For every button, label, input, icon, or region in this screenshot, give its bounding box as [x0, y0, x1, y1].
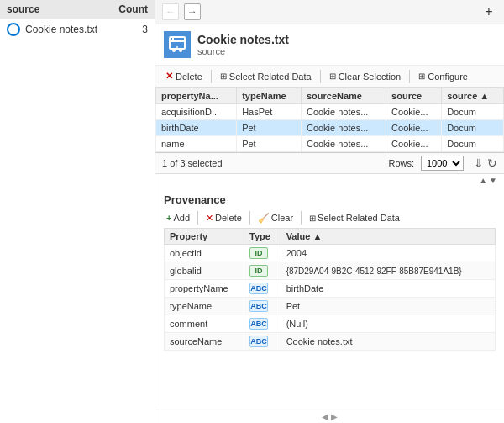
col-propertyname[interactable]: propertyNa...: [156, 88, 237, 104]
source-item[interactable]: Cookie notes.txt 3: [0, 19, 155, 40]
add-tab-button[interactable]: +: [480, 3, 497, 20]
forward-button[interactable]: →: [184, 3, 201, 20]
toolbar-separator-3: [409, 70, 410, 83]
configure-button[interactable]: ⊞ Configure: [415, 70, 471, 83]
prov-select-icon: ⊞: [309, 214, 316, 223]
delete-label: Delete: [176, 71, 202, 82]
type-badge-id: ID: [249, 265, 268, 277]
cell-sourcename: Cookie notes...: [301, 104, 386, 120]
cell-source1: Cookie...: [386, 120, 442, 136]
cell-typename: Pet: [237, 120, 302, 136]
cell-source2: Docum: [442, 136, 504, 152]
title-main: Cookie notes.txt: [197, 33, 289, 46]
prov-scroll-hint: ◀ ▶: [155, 410, 504, 423]
prov-row[interactable]: comment ABC (Null): [165, 315, 496, 333]
table-row[interactable]: name Pet Cookie notes... Cookie... Docum: [156, 136, 504, 152]
prov-row[interactable]: objectid ID 2004: [165, 245, 496, 262]
prov-cell-value: birthDate: [281, 280, 495, 298]
prov-clear-button[interactable]: 🧹 Clear: [255, 212, 296, 225]
source-icon: [164, 31, 191, 58]
type-badge-abc: ABC: [249, 318, 268, 330]
prov-col-value[interactable]: Value ▲: [281, 229, 495, 245]
prov-cell-value: (Null): [281, 315, 495, 333]
back-button[interactable]: ←: [162, 3, 179, 20]
prov-cell-prop: objectid: [165, 245, 244, 262]
down-arrow-icon[interactable]: ▼: [489, 176, 497, 185]
prov-row[interactable]: typeName ABC Pet: [165, 298, 496, 315]
cell-typename: Pet: [237, 136, 302, 152]
prov-cell-prop: sourceName: [165, 333, 244, 351]
toolbar-separator-1: [211, 70, 212, 83]
scroll-left-icon[interactable]: ◀: [322, 412, 328, 421]
type-badge-abc: ABC: [249, 300, 268, 312]
prov-cell-value: 2004: [281, 245, 495, 262]
prov-cell-type: ID: [244, 245, 281, 262]
prov-cell-prop: globalid: [165, 262, 244, 280]
download-icon[interactable]: ⇓: [474, 156, 484, 170]
type-badge-abc: ABC: [249, 336, 268, 347]
prov-add-button[interactable]: + Add: [164, 212, 192, 224]
nav-bar: ← → +: [155, 0, 504, 24]
col-source2[interactable]: source ▲: [442, 88, 504, 104]
delete-icon: ✕: [165, 71, 173, 82]
cell-source1: Cookie...: [386, 136, 442, 152]
prov-delete-button[interactable]: ✕ Delete: [203, 212, 244, 225]
provenance-table-container: Property Type Value ▲ objectid ID 2004 g…: [155, 228, 504, 410]
prov-col-type[interactable]: Type: [244, 229, 281, 245]
prov-cell-type: ABC: [244, 333, 281, 351]
title-sub: source: [197, 46, 289, 56]
clear-selection-button[interactable]: ⊞ Clear Selection: [326, 70, 405, 83]
toolbar-separator-2: [320, 70, 321, 83]
prov-select-related-label: Select Related Data: [318, 213, 400, 223]
status-icons: ⇓ ↻: [474, 156, 497, 170]
main-toolbar: ✕ Delete ⊞ Select Related Data ⊞ Clear S…: [155, 66, 504, 87]
prov-cell-type: ID: [244, 262, 281, 280]
prov-row[interactable]: propertyName ABC birthDate: [165, 280, 496, 298]
cell-source1: Cookie...: [386, 104, 442, 120]
cell-propertyname: name: [156, 136, 237, 152]
prov-row[interactable]: sourceName ABC Cookie notes.txt: [165, 333, 496, 351]
count-label: Count: [118, 3, 148, 15]
rows-select[interactable]: 1000 500 2000: [421, 156, 464, 171]
cell-source2: Docum: [442, 104, 504, 120]
table-row[interactable]: birthDate Pet Cookie notes... Cookie... …: [156, 120, 504, 136]
cell-source2: Docum: [442, 120, 504, 136]
prov-cell-type: ABC: [244, 280, 281, 298]
prov-cell-type: ABC: [244, 298, 281, 315]
prov-delete-label: Delete: [215, 213, 242, 223]
cell-sourcename: Cookie notes...: [301, 136, 386, 152]
delete-button[interactable]: ✕ Delete: [162, 69, 206, 83]
prov-cell-prop: typeName: [165, 298, 244, 315]
type-badge-id: ID: [249, 247, 268, 259]
scroll-right-icon[interactable]: ▶: [331, 412, 338, 421]
prov-cell-value: {87D29A04-9B2C-4512-92FF-85B87E941A1B}: [281, 262, 495, 280]
left-panel-header: source Count: [0, 0, 155, 19]
prov-delete-icon: ✕: [206, 213, 213, 224]
prov-clear-label: Clear: [271, 213, 293, 223]
refresh-icon[interactable]: ↻: [487, 156, 497, 170]
prov-cell-prop: propertyName: [165, 280, 244, 298]
up-arrow-icon[interactable]: ▲: [479, 176, 487, 185]
cell-typename: HasPet: [237, 104, 302, 120]
col-source1[interactable]: source: [386, 88, 442, 104]
cell-propertyname: acquisitionD...: [156, 104, 237, 120]
data-table-container: propertyNa... typeName sourceName source…: [155, 87, 504, 153]
table-row[interactable]: acquisitionD... HasPet Cookie notes... C…: [156, 104, 504, 120]
col-sourcename[interactable]: sourceName: [301, 88, 386, 104]
prov-clear-icon: 🧹: [258, 213, 270, 224]
col-typename[interactable]: typeName: [237, 88, 302, 104]
select-related-button[interactable]: ⊞ Select Related Data: [217, 70, 315, 83]
selection-text: 1 of 3 selected: [162, 158, 223, 168]
prov-col-property[interactable]: Property: [165, 229, 244, 245]
provenance-title: Provenance: [155, 193, 504, 209]
cell-propertyname: birthDate: [156, 120, 237, 136]
type-badge-abc: ABC: [249, 283, 268, 294]
source-circle-icon: [7, 23, 20, 36]
source-item-name: Cookie notes.txt: [25, 24, 137, 35]
prov-row[interactable]: globalid ID {87D29A04-9B2C-4512-92FF-85B…: [165, 262, 496, 280]
select-related-label: Select Related Data: [229, 71, 312, 82]
configure-label: Configure: [428, 71, 468, 82]
plus-icon: +: [166, 213, 171, 223]
table-header-row: propertyNa... typeName sourceName source…: [156, 88, 504, 104]
prov-select-related-button[interactable]: ⊞ Select Related Data: [307, 212, 402, 224]
